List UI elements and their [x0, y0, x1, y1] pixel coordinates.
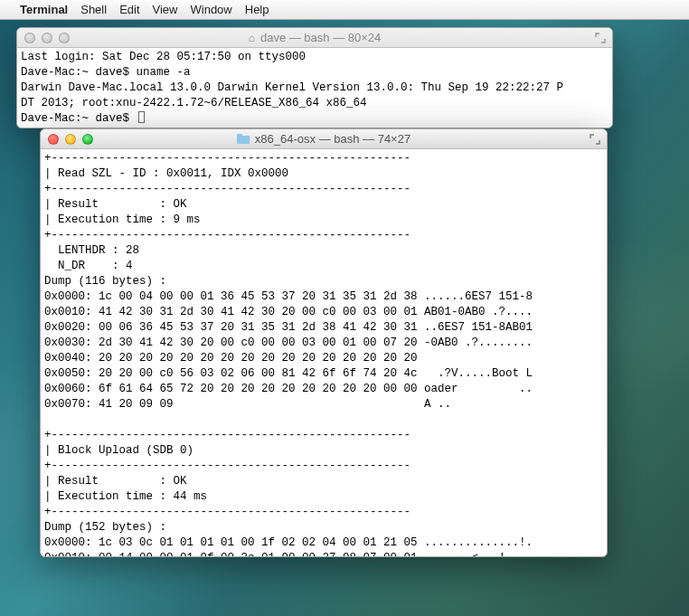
traffic-lights-front	[41, 134, 93, 145]
term-line: Dave-Mac:~ dave$ uname -a	[21, 66, 191, 79]
term-line: | Execution time : 9 ms	[44, 213, 201, 226]
minimize-button-back[interactable]	[42, 33, 52, 43]
menu-shell[interactable]: Shell	[80, 3, 107, 16]
term-line: 0x0010: 41 42 30 31 2d 30 41 42 30 20 00…	[44, 306, 533, 318]
terminal-body-back[interactable]: Last login: Sat Dec 28 05:17:50 on ttys0…	[17, 48, 612, 128]
term-line: N_DR : 4	[44, 260, 133, 272]
term-line: +---------------------------------------…	[44, 506, 411, 518]
term-line: 0x0010: 00 14 00 00 01 9f 00 3c 01 90 00…	[44, 552, 533, 556]
window-title-front: x86_64-osx — bash — 74×27	[255, 132, 411, 146]
term-line: Darwin Dave-Mac.local 13.0.0 Darwin Kern…	[21, 81, 563, 94]
term-line: +---------------------------------------…	[44, 152, 411, 165]
menu-edit[interactable]: Edit	[119, 3, 139, 16]
term-line: | Read SZL - ID : 0x0011, IDX 0x0000	[44, 167, 288, 180]
close-button-front[interactable]	[48, 134, 59, 145]
fullscreen-icon-back[interactable]	[594, 32, 607, 44]
term-line: 0x0020: 00 06 36 45 53 37 20 31 35 31 2d…	[44, 321, 533, 334]
menu-view[interactable]: View	[153, 3, 178, 16]
term-line: 0x0000: 1c 00 04 00 00 01 36 45 53 37 20…	[44, 290, 533, 303]
term-line: Dump (152 bytes) :	[44, 521, 166, 534]
cursor-icon	[138, 111, 145, 123]
term-line: | Block Upload (SDB 0)	[44, 444, 193, 457]
term-line: | Result : OK	[44, 475, 187, 488]
zoom-button-back[interactable]	[59, 33, 70, 43]
term-line: +---------------------------------------…	[44, 229, 411, 242]
minimize-button-front[interactable]	[65, 134, 76, 145]
zoom-button-front[interactable]	[82, 134, 93, 145]
term-line: 0x0030: 2d 30 41 42 30 20 00 c0 00 00 03…	[44, 336, 533, 349]
term-line: DT 2013; root:xnu-2422.1.72~6/RELEASE_X8…	[21, 97, 367, 109]
folder-icon	[237, 134, 250, 144]
menu-app[interactable]: Terminal	[20, 3, 68, 16]
home-icon: ⌂	[249, 33, 255, 43]
terminal-window-back[interactable]: ⌂ dave — bash — 80×24 Last login: Sat De…	[16, 27, 613, 128]
titlebar-back[interactable]: ⌂ dave — bash — 80×24	[17, 28, 612, 48]
menubar: Terminal Shell Edit View Window Help	[0, 0, 689, 20]
term-line: +---------------------------------------…	[44, 183, 411, 195]
titlebar-front[interactable]: x86_64-osx — bash — 74×27	[41, 129, 607, 149]
term-line: 0x0000: 1c 03 0c 01 01 01 01 00 1f 02 02…	[44, 536, 533, 549]
window-title-back: dave — bash — 80×24	[260, 31, 381, 44]
term-line: 0x0070: 41 20 09 09 A ..	[44, 398, 451, 411]
term-line: +---------------------------------------…	[44, 460, 411, 472]
term-line: | Execution time : 44 ms	[44, 490, 207, 503]
menu-help[interactable]: Help	[245, 3, 269, 16]
terminal-window-front[interactable]: x86_64-osx — bash — 74×27 +-------------…	[40, 128, 608, 557]
menu-window[interactable]: Window	[191, 3, 232, 16]
terminal-body-front[interactable]: +---------------------------------------…	[41, 149, 607, 556]
fullscreen-icon-front[interactable]	[589, 133, 601, 146]
term-line: 0x0050: 20 20 00 c0 56 03 02 06 00 81 42…	[44, 367, 533, 380]
traffic-lights-back	[17, 33, 70, 43]
term-line: 0x0040: 20 20 20 20 20 20 20 20 20 20 20…	[44, 352, 418, 365]
term-line: Dump (116 bytes) :	[44, 275, 166, 288]
term-line: Dave-Mac:~ dave$	[21, 112, 137, 125]
close-button-back[interactable]	[24, 33, 35, 43]
term-line: +---------------------------------------…	[44, 429, 411, 441]
term-line: LENTHDR : 28	[44, 244, 139, 257]
term-line: 0x0060: 6f 61 64 65 72 20 20 20 20 20 20…	[44, 383, 533, 395]
term-line: | Result : OK	[44, 198, 187, 211]
term-line: Last login: Sat Dec 28 05:17:50 on ttys0…	[21, 51, 306, 63]
